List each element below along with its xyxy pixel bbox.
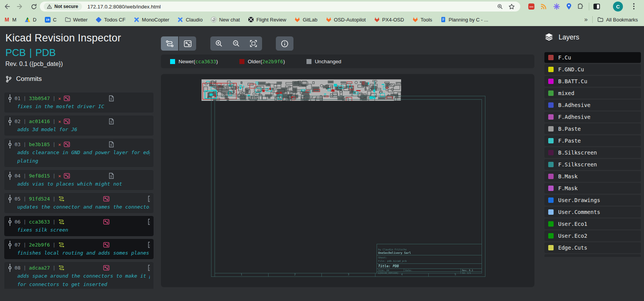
pcb-preview-icon[interactable]	[103, 218, 145, 226]
reload-button[interactable]	[29, 2, 38, 11]
bookmark-item[interactable]: MonoCopter	[133, 16, 169, 23]
layer-row[interactable]: B.Mask	[544, 171, 641, 182]
document-icon[interactable]	[108, 117, 150, 125]
layer-row[interactable]: F.Silkscreen	[544, 159, 641, 170]
bookmark-item[interactable]: Claudio	[177, 16, 203, 23]
extensions-puzzle-icon[interactable]	[577, 3, 584, 10]
bookmark-item[interactable]: GitLab	[294, 16, 317, 23]
document-icon[interactable]	[108, 172, 150, 180]
commit-row[interactable]: 08 | adcaa27 |	[4, 262, 154, 289]
bookmark-item[interactable]: 19 C	[44, 16, 56, 23]
document-icon[interactable]	[108, 140, 150, 148]
layer-row[interactable]: B.Paste	[544, 123, 641, 134]
commit-row[interactable]: 07 | 2e2b9f6 |	[4, 238, 154, 260]
bookmark-item[interactable]: Todos CF	[96, 16, 126, 23]
title-block-company: OneSecDelivery Sarl	[378, 251, 411, 255]
pcb-preview-icon[interactable]	[64, 94, 106, 102]
document-icon[interactable]	[147, 241, 150, 249]
layer-row[interactable]: User.Drawings	[544, 195, 641, 206]
zoom-in-button[interactable]	[210, 36, 228, 51]
commit-hash[interactable]: cca3633	[29, 219, 50, 225]
layer-row[interactable]: User.Eco1	[544, 219, 641, 229]
layers-list[interactable]: F.Cu F.GND.Cu B.BATT.Cu mixed B.Adhesive…	[544, 52, 641, 257]
not-secure-chip[interactable]: Not secure	[44, 3, 82, 10]
commit-hash[interactable]: 33b0547	[29, 95, 50, 101]
layer-row[interactable]: User.Comments	[544, 207, 641, 217]
commits-list[interactable]: 01 | 33b0547 | ✕ | 20	[4, 92, 154, 289]
rss-extension-icon[interactable]	[540, 3, 547, 10]
layer-row[interactable]: Edge.Cuts	[544, 242, 641, 253]
schematic-diff-view-button[interactable]	[161, 36, 178, 51]
pcb-preview-icon[interactable]	[103, 195, 145, 203]
document-icon[interactable]	[147, 195, 150, 203]
compare-diff-icon[interactable]	[58, 195, 100, 203]
commit-row[interactable]: 05 | 91fd524 |	[4, 192, 154, 214]
layer-row[interactable]: F.GND.Cu	[544, 64, 641, 75]
pin-extension-icon[interactable]	[565, 3, 572, 10]
red-extension-icon[interactable]	[528, 3, 535, 10]
zoom-out-button[interactable]	[228, 36, 245, 51]
layer-row[interactable]: B.BATT.Cu	[544, 76, 641, 87]
commit-row[interactable]: 03 | be3b185 | ✕ | 20	[4, 138, 154, 168]
pcb-preview-icon[interactable]	[103, 264, 145, 272]
back-button[interactable]	[2, 2, 11, 11]
commit-row[interactable]: 01 | 33b0547 | ✕ | 20	[4, 92, 154, 113]
pcb-diff-canvas[interactable]: 12345 by Claudio Fritsche OneSecDelivery…	[161, 74, 534, 287]
snowflake-extension-icon[interactable]	[553, 3, 560, 10]
forward-button[interactable]	[15, 2, 25, 11]
commit-hash[interactable]: 91fd524	[29, 196, 50, 202]
info-button[interactable]	[276, 36, 293, 51]
layer-row[interactable]: F.Cu	[544, 52, 641, 63]
commit-hash[interactable]: 9ef8d15	[29, 173, 50, 179]
commit-row[interactable]: 06 | cca3633 |	[4, 215, 154, 237]
compare-diff-icon[interactable]	[58, 264, 100, 272]
zoom-page-icon[interactable]	[497, 3, 503, 10]
commit-row[interactable]: 04 | 9ef8d15 | ✕ | 20	[4, 169, 154, 191]
bookmark-item[interactable]: Tools	[412, 16, 432, 23]
browser-menu-icon[interactable]	[633, 3, 635, 10]
pcb-preview-icon[interactable]	[64, 172, 106, 180]
layer-row[interactable]: User.Eco2	[544, 230, 641, 241]
bookmark-item[interactable]: Planning by C - ...	[440, 16, 488, 23]
pcb-link[interactable]: PCB	[5, 47, 26, 59]
pdb-link[interactable]: PDB	[35, 47, 56, 59]
all-bookmarks-button[interactable]: All Bookmarks	[597, 16, 638, 23]
bookmark-item[interactable]: D	[25, 16, 36, 23]
fit-to-screen-button[interactable]	[245, 36, 262, 51]
commit-row[interactable]: 02 | ac01416 | ✕ | 20	[4, 115, 154, 136]
document-icon[interactable]	[147, 218, 150, 226]
commit-hash[interactable]: 2e2b9f6	[29, 242, 50, 248]
bookmark-item[interactable]: Wetter	[65, 16, 88, 23]
document-icon[interactable]	[147, 264, 150, 272]
commit-hash[interactable]: adcaa27	[29, 265, 50, 271]
bookmark-item[interactable]: Flight Review	[248, 16, 286, 23]
bookmarks-overflow-chevron[interactable]: »	[584, 16, 588, 23]
compare-diff-icon[interactable]	[58, 218, 100, 226]
bookmark-item[interactable]: PX4-OSD	[374, 16, 404, 23]
layer-row[interactable]: B.Adhesive	[544, 100, 641, 110]
bookmark-label: Flight Review	[256, 17, 286, 23]
commit-hash[interactable]: ac01416	[29, 118, 50, 124]
layer-row[interactable]: mixed	[544, 88, 641, 99]
compare-diff-icon[interactable]	[58, 241, 100, 249]
commit-hash[interactable]: be3b185	[29, 141, 50, 147]
url-text[interactable]: 172.17.0.2:8080/web/index.html	[87, 4, 161, 10]
bookmark-item[interactable]: M M	[4, 16, 16, 23]
document-icon[interactable]	[108, 94, 150, 102]
bookmark-item[interactable]: OSD-Autopilot	[326, 16, 366, 23]
layer-row[interactable]: Margin	[544, 254, 641, 257]
address-bar[interactable]: Not secure 172.17.0.2:8080/web/index.htm…	[40, 2, 520, 12]
layer-row[interactable]: F.Adhesive	[544, 112, 641, 122]
layer-row[interactable]: F.Paste	[544, 135, 641, 146]
layer-row[interactable]: F.Mask	[544, 183, 641, 194]
pcb-preview-icon[interactable]	[103, 241, 145, 249]
layer-name: F.Adhesive	[558, 114, 590, 120]
bookmark-item[interactable]: New chat	[211, 16, 240, 23]
pcb-preview-icon[interactable]	[64, 140, 106, 148]
pcb-preview-icon[interactable]	[64, 117, 106, 125]
side-panel-icon[interactable]	[593, 3, 600, 10]
bookmark-star-icon[interactable]	[508, 3, 515, 10]
profile-avatar[interactable]: C	[613, 2, 623, 12]
pcb-view-button[interactable]	[179, 36, 196, 51]
layer-row[interactable]: B.Silkscreen	[544, 147, 641, 158]
